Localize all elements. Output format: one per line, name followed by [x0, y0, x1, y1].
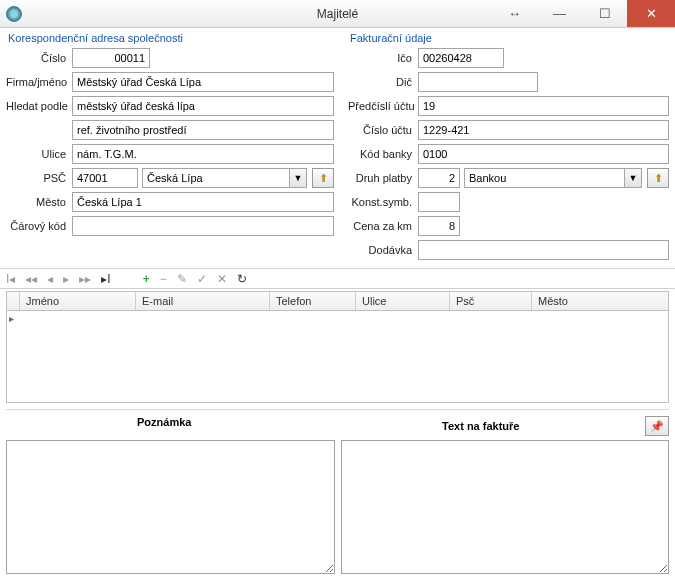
- druh-platby-num-input[interactable]: [418, 168, 460, 188]
- dic-input[interactable]: [418, 72, 538, 92]
- arrow-up-icon: ⬆: [654, 172, 663, 185]
- druh-platby-dropdown[interactable]: ▼: [624, 168, 642, 188]
- grid-cursor-icon: ▸: [9, 313, 14, 324]
- label-kod-banky: Kód banky: [348, 148, 412, 160]
- label-konst: Konst.symb.: [348, 196, 412, 208]
- section-invoice: Fakturační údaje: [348, 32, 669, 44]
- nav-next-page-icon[interactable]: ▸▸: [79, 272, 91, 286]
- grid-header: Jméno E-mail Telefon Ulice Psč Město: [6, 291, 669, 311]
- nav-refresh-icon[interactable]: ↻: [237, 272, 247, 286]
- arrow-up-icon: ⬆: [319, 172, 328, 185]
- pin-button[interactable]: 📌: [645, 416, 669, 436]
- nav-remove-icon[interactable]: −: [160, 272, 167, 286]
- poznamka-textarea[interactable]: [6, 440, 335, 574]
- grid-selector-col[interactable]: [7, 292, 20, 310]
- nav-next-icon[interactable]: ▸: [63, 272, 69, 286]
- col-ulice[interactable]: Ulice: [356, 292, 450, 310]
- grid-body[interactable]: ▸: [6, 311, 669, 403]
- label-druh-platby: Druh platby: [348, 172, 412, 184]
- nav-cancel-icon[interactable]: ✕: [217, 272, 227, 286]
- label-ulice: Ulice: [6, 148, 66, 160]
- col-telefon[interactable]: Telefon: [270, 292, 356, 310]
- nav-add-icon[interactable]: +: [143, 272, 150, 286]
- hledat-input[interactable]: [72, 96, 334, 116]
- nav-prev-page-icon[interactable]: ◂◂: [25, 272, 37, 286]
- title-bar: Majitelé ↔ — ☐ ✕: [0, 0, 675, 28]
- psc-city-input[interactable]: [142, 168, 289, 188]
- maximize-button[interactable]: ☐: [582, 0, 627, 27]
- cislo-input[interactable]: [72, 48, 150, 68]
- druh-platby-text-input[interactable]: [464, 168, 624, 188]
- konst-input[interactable]: [418, 192, 460, 212]
- label-hledat: Hledat podle: [6, 100, 66, 112]
- faktura-textarea[interactable]: [341, 440, 670, 574]
- col-jmeno[interactable]: Jméno: [20, 292, 136, 310]
- label-carovy: Čárový kód: [6, 220, 66, 232]
- ico-input[interactable]: [418, 48, 504, 68]
- ulice-input[interactable]: [72, 144, 334, 164]
- label-mesto: Město: [6, 196, 66, 208]
- psc-city-dropdown[interactable]: ▼: [289, 168, 307, 188]
- nav-last-icon[interactable]: ▸I: [101, 272, 110, 286]
- label-cena-km: Cena za km: [348, 220, 412, 232]
- cena-km-input[interactable]: [418, 216, 460, 236]
- nav-edit-icon[interactable]: ✎: [177, 272, 187, 286]
- pin-icon: 📌: [650, 420, 664, 433]
- col-mesto[interactable]: Město: [532, 292, 668, 310]
- label-poznamka: Poznámka: [6, 416, 323, 436]
- close-button[interactable]: ✕: [627, 0, 675, 27]
- druh-platby-lookup-button[interactable]: ⬆: [647, 168, 669, 188]
- move-icon[interactable]: ↔: [492, 0, 537, 27]
- label-dodavka: Dodávka: [348, 244, 412, 256]
- col-email[interactable]: E-mail: [136, 292, 270, 310]
- firma-input[interactable]: [72, 72, 334, 92]
- label-cislo-uctu: Číslo účtu: [348, 124, 412, 136]
- label-text-faktura: Text na faktuře: [442, 420, 519, 432]
- predcisli-input[interactable]: [418, 96, 669, 116]
- kod-banky-input[interactable]: [418, 144, 669, 164]
- section-correspondence: Korespondenční adresa společnosti: [6, 32, 334, 44]
- label-predcisli: Předčíslí účtu: [348, 100, 412, 112]
- nav-first-icon[interactable]: I◂: [6, 272, 15, 286]
- psc-lookup-button[interactable]: ⬆: [312, 168, 334, 188]
- label-firma: Firma/jméno: [6, 76, 66, 88]
- cislo-uctu-input[interactable]: [418, 120, 669, 140]
- nav-toolbar: I◂ ◂◂ ◂ ▸ ▸▸ ▸I + − ✎ ✓ ✕ ↻: [0, 268, 675, 289]
- nav-check-icon[interactable]: ✓: [197, 272, 207, 286]
- psc-input[interactable]: [72, 168, 138, 188]
- label-psc: PSČ: [6, 172, 66, 184]
- dodavka-input[interactable]: [418, 240, 669, 260]
- col-psc[interactable]: Psč: [450, 292, 532, 310]
- carovy-input[interactable]: [72, 216, 334, 236]
- label-ico: Ičo: [348, 52, 412, 64]
- ref-input[interactable]: [72, 120, 334, 140]
- minimize-button[interactable]: —: [537, 0, 582, 27]
- mesto-input[interactable]: [72, 192, 334, 212]
- nav-prev-icon[interactable]: ◂: [47, 272, 53, 286]
- label-dic: Dič: [348, 76, 412, 88]
- label-cislo: Číslo: [6, 52, 66, 64]
